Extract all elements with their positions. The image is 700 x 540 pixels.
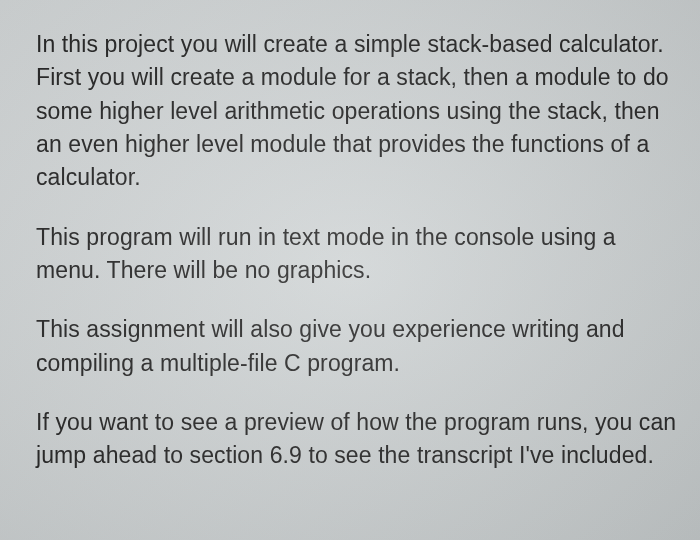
paragraph-preview: If you want to see a preview of how the … (36, 406, 680, 473)
paragraph-intro: In this project you will create a simple… (36, 28, 680, 195)
paragraph-experience: This assignment will also give you exper… (36, 313, 680, 380)
paragraph-mode: This program will run in text mode in th… (36, 221, 680, 288)
